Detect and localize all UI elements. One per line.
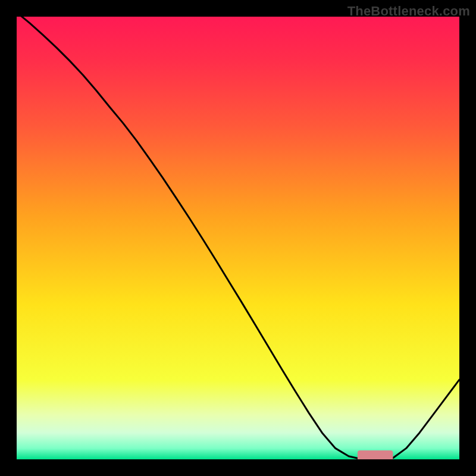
optimal-marker [358, 450, 393, 459]
watermark-text: TheBottleneck.com [347, 4, 470, 19]
gradient-background [17, 17, 459, 459]
chart-frame: TheBottleneck.com [0, 0, 476, 476]
chart-svg [17, 17, 459, 459]
plot-area [17, 17, 459, 459]
